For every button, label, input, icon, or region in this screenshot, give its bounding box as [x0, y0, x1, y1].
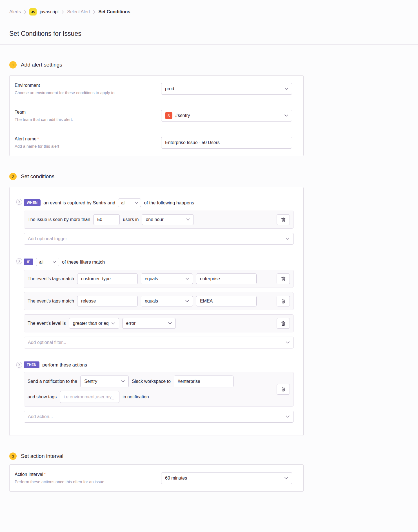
add-filter-select[interactable]: Add optional filter... — [24, 337, 294, 348]
required-indicator: * — [37, 136, 39, 141]
add-filter-placeholder: Add optional filter... — [28, 340, 286, 345]
chevron-down-icon — [121, 380, 125, 383]
step-1-heading: 1 Add alert settings — [9, 61, 304, 69]
alert-name-input[interactable] — [161, 137, 292, 149]
tag-operator-value: equals — [145, 276, 183, 281]
when-pre-text: an event is captured by Sentry and — [43, 200, 115, 206]
when-post-text: of the following happens — [144, 200, 194, 206]
team-selected-value: #sentry — [175, 113, 282, 118]
channel-input[interactable] — [174, 376, 234, 387]
chevron-down-icon — [185, 300, 189, 302]
action-text-pre: Send a notification to the — [28, 379, 77, 384]
if-match-select[interactable]: all — [36, 258, 59, 266]
page-title: Set Conditions for Issues — [9, 30, 418, 37]
tag-key-input[interactable] — [77, 273, 138, 284]
delete-filter-button[interactable] — [277, 296, 290, 306]
action-interval-row: Action Interval* Perform these actions o… — [10, 465, 303, 491]
collapse-chevron-circle-icon[interactable] — [16, 258, 22, 265]
trash-icon — [281, 277, 286, 281]
interval-select[interactable]: one hour — [142, 214, 194, 225]
collapse-chevron-circle-icon[interactable] — [16, 362, 22, 369]
level-operator-select[interactable]: greater than or equ — [69, 318, 119, 329]
breadcrumb-project-link[interactable]: javascript — [40, 9, 59, 14]
chevron-down-icon — [168, 322, 172, 325]
trash-icon — [281, 299, 286, 304]
action-interval-label: Action Interval — [15, 472, 43, 477]
breadcrumb: Alerts JS javascript Select Alert Set Co… — [0, 0, 418, 16]
delete-filter-button[interactable] — [277, 273, 290, 284]
delete-action-button[interactable] — [277, 384, 290, 395]
tag-value-input[interactable] — [196, 273, 257, 284]
when-section: WHEN an event is captured by Sentry and … — [10, 198, 294, 245]
step-2-number-badge: 2 — [9, 173, 17, 180]
add-action-select[interactable]: Add action... — [24, 411, 294, 423]
team-select[interactable]: S #sentry — [161, 110, 292, 122]
level-value-select[interactable]: error — [122, 318, 176, 329]
chevron-right-icon — [24, 10, 26, 14]
interval-selected-value: one hour — [146, 217, 183, 222]
breadcrumb-select-alert-link[interactable]: Select Alert — [67, 9, 90, 14]
action-interval-select[interactable]: 60 minutes — [161, 472, 292, 484]
javascript-project-icon: JS — [29, 8, 37, 16]
tag-operator-select[interactable]: equals — [141, 296, 193, 306]
environment-setting-row: Environment Choose an environment for th… — [10, 76, 303, 102]
if-match-value: all — [39, 260, 50, 264]
filter-label: The event's tags match — [28, 276, 74, 281]
step-1-number-badge: 1 — [9, 61, 17, 69]
workspace-value: Sentry — [84, 379, 118, 384]
chevron-right-icon — [93, 10, 95, 14]
tag-value-input[interactable] — [196, 296, 257, 306]
environment-selected-value: prod — [165, 86, 282, 91]
workspace-select[interactable]: Sentry — [80, 376, 129, 387]
action-row-slack: Send a notification to the Sentry Slack … — [24, 372, 294, 407]
tag-operator-select[interactable]: equals — [141, 273, 193, 284]
filter-row-tags-1: The event's tags match equals — [24, 270, 294, 288]
alert-name-setting-row: Alert name* Add a name for this alert — [10, 129, 303, 156]
chevron-down-icon — [186, 218, 190, 221]
step-2-title: Set conditions — [21, 173, 54, 180]
user-count-input[interactable] — [93, 214, 120, 225]
step-3-heading: 3 Set action interval — [9, 452, 304, 460]
delete-trigger-button[interactable] — [277, 214, 290, 225]
chevron-right-icon — [62, 10, 64, 14]
step-1-title: Add alert settings — [21, 62, 62, 68]
chevron-down-icon — [112, 322, 115, 325]
add-trigger-placeholder: Add optional trigger... — [28, 236, 286, 241]
chevron-down-icon — [135, 202, 138, 204]
when-badge: WHEN — [24, 199, 41, 206]
collapse-chevron-circle-icon[interactable] — [16, 199, 22, 206]
trigger-text-before: The issue is seen by more than — [28, 217, 90, 222]
chevron-down-icon — [284, 114, 288, 117]
action-interval-value: 60 minutes — [165, 476, 282, 481]
team-label: Team — [15, 110, 73, 115]
team-avatar: S — [165, 112, 172, 119]
step-2-heading: 2 Set conditions — [9, 173, 304, 180]
chevron-down-icon — [284, 88, 288, 90]
trigger-condition-row: The issue is seen by more than users in … — [24, 211, 294, 229]
add-trigger-select[interactable]: Add optional trigger... — [24, 233, 294, 245]
step-3-title: Set action interval — [21, 453, 63, 459]
level-value: error — [126, 321, 165, 326]
filter-label: The event's tags match — [28, 299, 74, 304]
trash-icon — [281, 217, 286, 222]
environment-select[interactable]: prod — [161, 83, 292, 95]
chevron-down-icon — [286, 416, 290, 418]
filter-row-level: The event's level is greater than or equ… — [24, 314, 294, 332]
delete-filter-button[interactable] — [277, 318, 290, 329]
alert-name-help-text: Add a name for this alert — [15, 144, 59, 149]
tags-input[interactable] — [60, 391, 119, 403]
tag-operator-value: equals — [145, 299, 183, 304]
then-badge: THEN — [24, 361, 39, 368]
conditions-panel: WHEN an event is captured by Sentry and … — [9, 187, 304, 436]
action-text-mid: Slack workspace to — [132, 379, 171, 384]
chevron-down-icon — [286, 238, 290, 240]
when-match-value: all — [121, 200, 132, 205]
chevron-down-icon — [286, 341, 290, 344]
tag-key-input[interactable] — [77, 296, 138, 306]
then-post-text: perform these actions — [42, 362, 87, 368]
filter-label: The event's level is — [28, 321, 66, 326]
breadcrumb-alerts-link[interactable]: Alerts — [9, 9, 21, 14]
alert-name-label: Alert name — [15, 136, 36, 141]
when-match-select[interactable]: all — [118, 198, 141, 207]
filter-row-tags-2: The event's tags match equals — [24, 292, 294, 310]
